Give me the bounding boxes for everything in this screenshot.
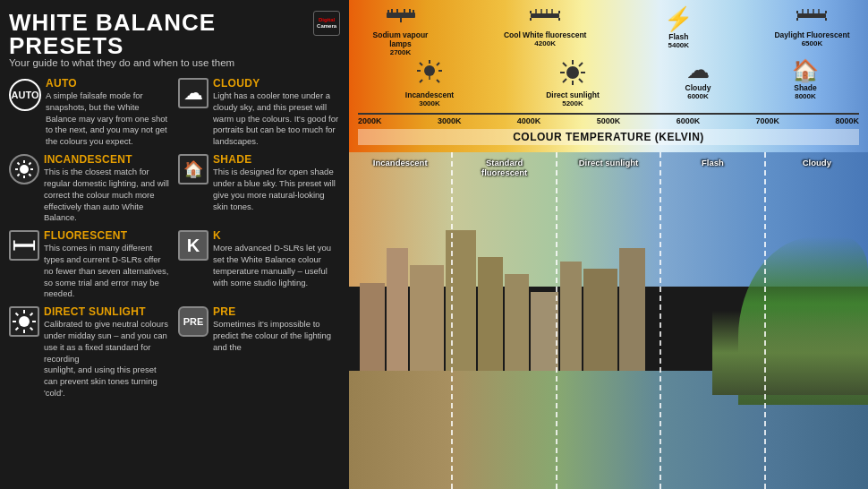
fluorescent-icon bbox=[9, 230, 39, 261]
svg-line-8 bbox=[18, 174, 20, 176]
cloudy-temp-kelvin: 6000K bbox=[687, 92, 709, 100]
direct-sun-temp-kelvin: 5200K bbox=[562, 99, 583, 107]
cloudy-temp-icon: ☁ bbox=[687, 60, 709, 82]
svg-point-47 bbox=[424, 65, 435, 76]
temp-scale-5000: 5000K bbox=[597, 116, 621, 125]
temp-scale: 2000K 3000K 4000K 5000K 6000K 7000K 8000… bbox=[358, 113, 859, 127]
temp-shade: 🏠 Shade 8000K bbox=[779, 60, 832, 107]
incandescent-temp-kelvin: 3000K bbox=[419, 99, 440, 107]
svg-line-5 bbox=[18, 163, 20, 165]
preset-pre-desc: Sometimes it's impossible to predict the… bbox=[213, 319, 340, 353]
svg-rect-38 bbox=[797, 13, 826, 18]
preset-direct-sunlight-text: Direct Sunlight Calibrated to give neutr… bbox=[44, 305, 171, 399]
photo-label-flash: Flash bbox=[677, 158, 748, 167]
photo-label-cloudy: Cloudy bbox=[781, 158, 853, 167]
sodium-kelvin: 2700K bbox=[390, 48, 412, 56]
photo-dividers: Incandescent Standard fluorescent Direct… bbox=[349, 152, 868, 489]
temp-direct-sun: Direct sunlight 5200K bbox=[537, 60, 608, 107]
incandescent-temp-icon bbox=[417, 60, 442, 89]
cloudy-temp-name: Cloudy bbox=[685, 83, 711, 92]
daylight-f-icon bbox=[796, 7, 828, 29]
right-panel: Sodium vapour lamps 2700K bbox=[349, 0, 868, 489]
incandescent-temp-name: Incandescent bbox=[405, 90, 454, 99]
preset-shade: 🏠 Shade This is designed for open shade … bbox=[178, 153, 340, 224]
svg-line-7 bbox=[29, 163, 30, 165]
shade-icon: 🏠 bbox=[178, 154, 208, 184]
presets-grid: AUTO AUTO A simple failsafe mode for sna… bbox=[9, 77, 340, 403]
k-icon: K bbox=[178, 230, 208, 261]
svg-line-55 bbox=[420, 80, 422, 82]
cwf-icon bbox=[529, 7, 561, 29]
preset-cloudy-name: Cloudy bbox=[213, 77, 340, 90]
preset-cloudy-desc: Light has a cooler tone under a cloudy s… bbox=[213, 90, 340, 148]
shade-temp-icon: 🏠 bbox=[792, 60, 819, 82]
svg-point-56 bbox=[566, 66, 579, 79]
preset-fluorescent-text: Fluorescent This comes in many different… bbox=[44, 229, 171, 300]
preset-incandescent-desc: This is the closest match for regular do… bbox=[44, 167, 171, 224]
preset-shade-desc: This is designed for open shade under a … bbox=[213, 167, 340, 212]
svg-rect-21 bbox=[387, 13, 415, 18]
temp-scale-3000: 3000K bbox=[438, 116, 462, 125]
svg-line-18 bbox=[30, 328, 33, 330]
svg-line-17 bbox=[16, 313, 19, 316]
page-subtitle: Your guide to what they do and when to u… bbox=[9, 57, 313, 68]
preset-fluorescent-name: Fluorescent bbox=[44, 229, 171, 242]
preset-fluorescent: Fluorescent This comes in many different… bbox=[9, 229, 171, 300]
svg-point-0 bbox=[20, 165, 29, 174]
preset-incandescent: Incandescent This is the closest match f… bbox=[9, 153, 171, 224]
preset-shade-name: Shade bbox=[213, 153, 340, 166]
pre-icon: PRE bbox=[178, 306, 208, 337]
header-row: WHITE BALANCE PRESETS Your guide to what… bbox=[9, 11, 340, 73]
preset-incandescent-text: Incandescent This is the closest match f… bbox=[44, 153, 171, 224]
photo-label-incandescent: Incandescent bbox=[364, 158, 436, 167]
svg-rect-29 bbox=[531, 13, 559, 18]
preset-auto-name: AUTO bbox=[46, 77, 171, 90]
temp-flash: ⚡ Flash 5400K bbox=[651, 7, 705, 56]
preset-k: K K More advanced D-SLRs let you set the… bbox=[178, 229, 340, 300]
preset-pre: PRE PRE Sometimes it's impossible to pre… bbox=[178, 305, 340, 399]
preset-pre-name: PRE bbox=[213, 305, 340, 318]
auto-icon: AUTO bbox=[9, 79, 41, 111]
sodium-name: Sodium vapour lamps bbox=[362, 30, 438, 48]
svg-line-54 bbox=[437, 63, 439, 65]
preset-direct-sunlight: Direct Sunlight Calibrated to give neutr… bbox=[9, 305, 171, 399]
temp-incandescent: Incandescent 3000K bbox=[394, 60, 465, 107]
cwf-kelvin: 4200K bbox=[534, 39, 556, 47]
preset-incandescent-name: Incandescent bbox=[44, 153, 171, 166]
direct-sun-temp-name: Direct sunlight bbox=[546, 90, 600, 99]
preset-direct-sunlight-desc2: sunlight, and using this preset can prev… bbox=[44, 365, 171, 399]
temp-scale-4000: 4000K bbox=[517, 116, 541, 125]
header-left: WHITE BALANCE PRESETS Your guide to what… bbox=[9, 11, 313, 73]
daylight-f-name: Daylight Fluorescent bbox=[774, 30, 849, 39]
temp-daylight-f: Daylight Fluorescent 6500K bbox=[770, 7, 855, 56]
cwf-name: Cool White fluorescent bbox=[504, 30, 587, 39]
shade-temp-name: Shade bbox=[794, 83, 817, 92]
photo-segment-incandescent: Incandescent bbox=[349, 152, 453, 489]
preset-cloudy: ☁ Cloudy Light has a cooler tone under a… bbox=[178, 77, 340, 148]
svg-line-63 bbox=[579, 63, 583, 66]
temp-icons-bottom: Incandescent 3000K bbox=[358, 60, 859, 107]
temp-scale-2000: 2000K bbox=[358, 116, 382, 125]
preset-shade-text: Shade This is designed for open shade un… bbox=[213, 153, 340, 212]
temp-icons-top: Sodium vapour lamps 2700K bbox=[358, 7, 859, 56]
temp-scale-8000: 8000K bbox=[835, 116, 859, 125]
photo-label-standard-fluorescent: Standard fluorescent bbox=[469, 158, 540, 178]
svg-line-20 bbox=[16, 328, 19, 330]
main-container: WHITE BALANCE PRESETS Your guide to what… bbox=[0, 0, 868, 489]
direct-sun-temp-icon bbox=[560, 60, 585, 89]
preset-pre-text: PRE Sometimes it's impossible to predict… bbox=[213, 305, 340, 353]
colour-temp-label: COLOUR TEMPERATURE (Kelvin) bbox=[358, 129, 859, 145]
daylight-f-kelvin: 6500K bbox=[802, 39, 823, 47]
preset-auto-desc: A simple failsafe mode for snapshots, bu… bbox=[46, 90, 171, 148]
svg-point-12 bbox=[19, 316, 30, 327]
sodium-lamp-icon bbox=[385, 7, 417, 29]
preset-k-desc: More advanced D-SLRs let you set the Whi… bbox=[213, 243, 340, 288]
photo-segment-cloudy: Cloudy bbox=[766, 152, 868, 489]
preset-k-text: K More advanced D-SLRs let you set the W… bbox=[213, 229, 340, 288]
preset-fluorescent-desc: This comes in many different types and c… bbox=[44, 243, 171, 300]
left-panel: WHITE BALANCE PRESETS Your guide to what… bbox=[0, 0, 349, 489]
flash-kelvin: 5400K bbox=[668, 41, 690, 49]
incandescent-icon bbox=[9, 154, 39, 184]
svg-line-64 bbox=[563, 79, 566, 82]
temp-cwf: Cool White fluorescent 4200K bbox=[503, 7, 588, 56]
